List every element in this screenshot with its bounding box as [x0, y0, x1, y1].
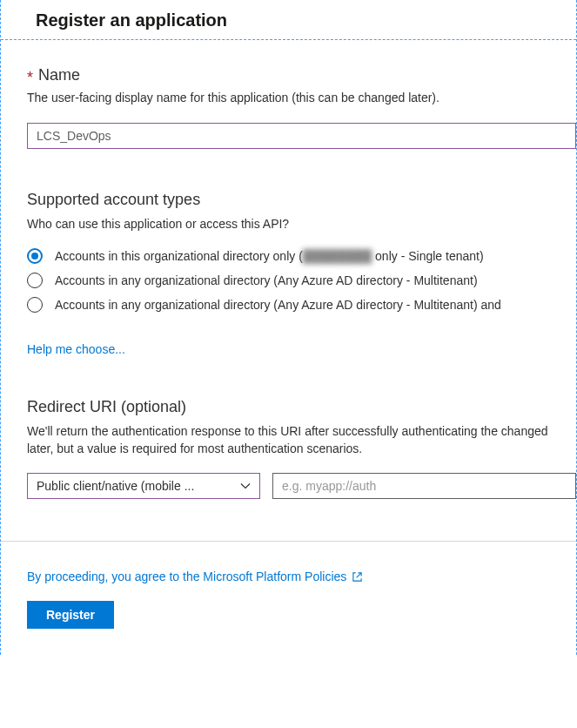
name-label: Name	[38, 66, 80, 84]
policy-link-text: By proceeding, you agree to the Microsof…	[27, 570, 346, 583]
required-indicator: *	[27, 70, 33, 85]
radio-multitenant[interactable]: Accounts in any organizational directory…	[27, 273, 576, 288]
redirect-platform-dropdown[interactable]: Public client/native (mobile ...	[27, 473, 260, 499]
radio-icon	[27, 248, 43, 264]
page-title: Register an application	[36, 10, 550, 30]
platform-policies-link[interactable]: By proceeding, you agree to the Microsof…	[27, 570, 363, 583]
radio-icon	[27, 273, 43, 288]
register-button[interactable]: Register	[27, 601, 114, 629]
radio-multitenant-personal[interactable]: Accounts in any organizational directory…	[27, 297, 576, 313]
radio-icon	[27, 297, 43, 313]
account-types-description: Who can use this application or access t…	[27, 216, 576, 233]
redirect-uri-description: We'll return the authentication response…	[27, 423, 576, 457]
dropdown-selected-text: Public client/native (mobile ...	[37, 479, 194, 493]
name-input[interactable]	[27, 123, 576, 149]
chevron-down-icon	[240, 481, 251, 491]
help-me-choose-link[interactable]: Help me choose...	[27, 342, 125, 356]
redirect-uri-input[interactable]	[272, 473, 576, 499]
name-description: The user-facing display name for this ap…	[27, 90, 576, 107]
radio-label: Accounts in this organizational director…	[55, 249, 484, 263]
account-types-heading: Supported account types	[27, 191, 576, 209]
redirect-uri-heading: Redirect URI (optional)	[27, 398, 576, 416]
radio-single-tenant[interactable]: Accounts in this organizational director…	[27, 248, 576, 264]
radio-label: Accounts in any organizational directory…	[55, 298, 501, 312]
radio-label: Accounts in any organizational directory…	[55, 273, 478, 287]
external-link-icon	[352, 571, 363, 583]
